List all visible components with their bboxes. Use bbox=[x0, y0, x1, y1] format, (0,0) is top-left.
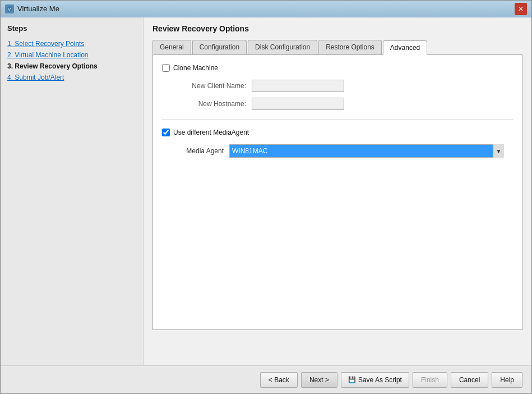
new-client-name-row: New Client Name: bbox=[162, 80, 513, 92]
use-different-mediaagent-label[interactable]: Use different MediaAgent bbox=[173, 129, 249, 136]
sidebar-item-step2[interactable]: 2. Virtual Machine Location bbox=[7, 49, 136, 61]
clone-machine-checkbox[interactable] bbox=[162, 64, 170, 72]
title-bar: V Virtualize Me ✕ bbox=[1, 1, 531, 17]
next-button[interactable]: Next > bbox=[301, 372, 337, 388]
app-icon: V bbox=[5, 4, 14, 13]
content-area: Steps 1. Select Recovery Points 2. Virtu… bbox=[1, 17, 531, 365]
sidebar-heading: Steps bbox=[7, 24, 136, 33]
media-agent-label: Media Agent bbox=[173, 147, 229, 155]
tab-restore-options[interactable]: Restore Options bbox=[318, 40, 382, 54]
sidebar-item-step1[interactable]: 1. Select Recovery Points bbox=[7, 38, 136, 49]
tab-advanced[interactable]: Advanced bbox=[383, 40, 427, 55]
main-content: Review Recovery Options General Configur… bbox=[144, 17, 531, 365]
sidebar-item-step4[interactable]: 4. Submit Job/Alert bbox=[7, 72, 136, 83]
media-agent-select[interactable]: WIN81MAC bbox=[229, 144, 504, 158]
finish-button[interactable]: Finish bbox=[413, 372, 447, 388]
new-hostname-label: New Hostname: bbox=[173, 100, 252, 108]
back-button[interactable]: < Back bbox=[260, 372, 298, 388]
save-script-button[interactable]: 💾 Save As Script bbox=[341, 372, 409, 388]
sidebar: Steps 1. Select Recovery Points 2. Virtu… bbox=[1, 17, 144, 365]
new-client-name-label: New Client Name: bbox=[173, 82, 252, 90]
use-different-mediaagent-checkbox[interactable] bbox=[162, 129, 170, 136]
window-title: Virtualize Me bbox=[17, 4, 59, 13]
main-window: V Virtualize Me ✕ Steps 1. Select Recove… bbox=[0, 0, 532, 394]
use-different-mediaagent-row: Use different MediaAgent bbox=[162, 129, 513, 136]
help-button[interactable]: Help bbox=[492, 372, 522, 388]
new-hostname-row: New Hostname: bbox=[162, 98, 513, 110]
media-agent-row: Media Agent WIN81MAC ▼ bbox=[162, 144, 513, 158]
tab-content-advanced: Clone Machine New Client Name: New Hostn… bbox=[152, 55, 522, 330]
close-button[interactable]: ✕ bbox=[515, 3, 527, 15]
section-title: Review Recovery Options bbox=[152, 24, 522, 33]
tab-disk-configuration[interactable]: Disk Configuration bbox=[248, 40, 317, 54]
bottom-bar: < Back Next > 💾 Save As Script Finish Ca… bbox=[1, 365, 531, 393]
new-client-name-input[interactable] bbox=[252, 80, 344, 92]
tab-general[interactable]: General bbox=[152, 40, 191, 54]
divider bbox=[162, 119, 513, 120]
clone-machine-row: Clone Machine bbox=[162, 64, 513, 72]
save-script-icon: 💾 bbox=[348, 376, 356, 383]
tab-bar: General Configuration Disk Configuration… bbox=[152, 40, 522, 55]
new-hostname-input[interactable] bbox=[252, 98, 344, 110]
cancel-button[interactable]: Cancel bbox=[451, 372, 488, 388]
tab-configuration[interactable]: Configuration bbox=[192, 40, 247, 54]
clone-machine-label[interactable]: Clone Machine bbox=[173, 64, 218, 72]
svg-text:V: V bbox=[8, 7, 11, 12]
media-agent-select-wrapper: WIN81MAC ▼ bbox=[229, 144, 504, 158]
sidebar-item-step3: 3. Review Recovery Options bbox=[7, 61, 136, 72]
